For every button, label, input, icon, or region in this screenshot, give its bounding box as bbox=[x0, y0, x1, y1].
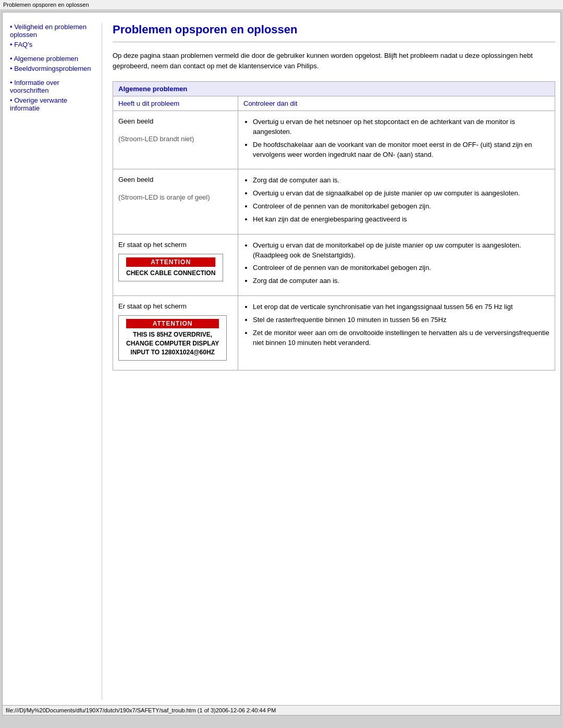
solution-item: Het kan zijn dat de energiebesparing gea… bbox=[253, 215, 549, 225]
attention-msg-1: CHECK CABLE CONNECTION bbox=[126, 269, 215, 278]
problem-title-2: Geen beeld bbox=[118, 176, 232, 183]
problem-cell-1: Geen beeld (Stroom-LED brandt niet) bbox=[113, 111, 238, 169]
sidebar-item-veiligheid[interactable]: • Veiligheid en problemenoplossen bbox=[8, 23, 96, 39]
sidebar: • Veiligheid en problemenoplossen • FAQ'… bbox=[8, 23, 102, 700]
page-divider bbox=[113, 42, 555, 42]
attention-label-2: ATTENTION bbox=[126, 319, 219, 328]
solution-item: Controleer of de pennen van de monitorka… bbox=[253, 202, 549, 212]
sidebar-item-beeldvormings[interactable]: • Beeldvormingsproblemen bbox=[8, 65, 96, 72]
solution-item: Zet de monitor weer aan om de onvoltooid… bbox=[253, 328, 549, 348]
status-bar-text: file:///D|/My%20Documents/dfu/190X7/dutc… bbox=[6, 707, 276, 713]
solution-item: Overtuig u ervan de het netsnoer op het … bbox=[253, 117, 549, 137]
attention-box-1: ATTENTION CHECK CABLE CONNECTION bbox=[118, 254, 223, 281]
title-bar-text: Problemen opsporen en oplossen bbox=[3, 2, 89, 8]
sidebar-group-2: • Algemene problemen • Beeldvormingsprob… bbox=[8, 55, 96, 72]
solution-list-2: Zorg dat de computer aan is. Overtuig u … bbox=[243, 176, 549, 224]
solution-cell-1: Overtuig u ervan de het netsnoer op het … bbox=[238, 111, 555, 169]
solution-item: Zorg dat de computer aan is. bbox=[253, 176, 549, 186]
table-row: Er staat op het scherm ATTENTION THIS IS… bbox=[113, 296, 555, 369]
solution-item: Zorg dat de computer aan is. bbox=[253, 276, 549, 286]
table-row: Er staat op het scherm ATTENTION CHECK C… bbox=[113, 235, 555, 296]
problem-title-1: Geen beeld bbox=[118, 117, 232, 125]
attention-box-2: ATTENTION THIS IS 85HZ OVERDRIVE,CHANGE … bbox=[118, 315, 227, 360]
sidebar-item-algemene[interactable]: • Algemene problemen bbox=[8, 55, 96, 63]
problem-subtitle-2: (Stroom-LED is oranje of geel) bbox=[118, 193, 232, 201]
table-row: Geen beeld (Stroom-LED brandt niet) Over… bbox=[113, 111, 555, 169]
table-section-header: Algemene problemen bbox=[113, 82, 555, 96]
solution-cell-3: Overtuig u ervan dat de monitorkabel op … bbox=[238, 235, 555, 295]
problem-subtitle-1: (Stroom-LED brandt niet) bbox=[118, 135, 232, 143]
problem-title-4: Er staat op het scherm bbox=[118, 302, 232, 310]
sidebar-group-3: • Informatie overvoorschriften • Overige… bbox=[8, 79, 96, 112]
table-col-headers: Heeft u dit probleem Controleer dan dit bbox=[113, 96, 555, 111]
solution-item: Overtuig u ervan dat de monitorkabel op … bbox=[253, 241, 549, 261]
solution-item: Overtuig u ervan dat de signaalkabel op … bbox=[253, 189, 549, 199]
col-header-solution: Controleer dan dit bbox=[238, 96, 555, 110]
sidebar-item-informatie[interactable]: • Informatie overvoorschriften bbox=[8, 79, 96, 94]
page-layout: • Veiligheid en problemenoplossen • FAQ'… bbox=[3, 13, 560, 705]
solution-cell-2: Zorg dat de computer aan is. Overtuig u … bbox=[238, 169, 555, 233]
sidebar-item-overige[interactable]: • Overige verwanteinformatie bbox=[8, 96, 96, 112]
attention-label-1: ATTENTION bbox=[126, 257, 215, 267]
status-bar: file:///D|/My%20Documents/dfu/190X7/dutc… bbox=[3, 705, 560, 715]
sidebar-item-faqs[interactable]: • FAQ's bbox=[8, 41, 96, 48]
problem-cell-4: Er staat op het scherm ATTENTION THIS IS… bbox=[113, 296, 238, 369]
solution-item: Let erop dat de verticale synchronisatie… bbox=[253, 302, 549, 312]
problems-table: Algemene problemen Heeft u dit probleem … bbox=[113, 81, 555, 371]
solution-list-4: Let erop dat de verticale synchronisatie… bbox=[243, 302, 549, 348]
solution-cell-4: Let erop dat de verticale synchronisatie… bbox=[238, 296, 555, 369]
sidebar-group-1: • Veiligheid en problemenoplossen • FAQ'… bbox=[8, 23, 96, 48]
solution-item: Controleer of de pennen van de monitorka… bbox=[253, 263, 549, 273]
browser-window: • Veiligheid en problemenoplossen • FAQ'… bbox=[2, 12, 561, 715]
table-row: Geen beeld (Stroom-LED is oranje of geel… bbox=[113, 169, 555, 234]
col-header-problem: Heeft u dit probleem bbox=[113, 96, 238, 110]
problem-title-3: Er staat op het scherm bbox=[118, 241, 232, 249]
solution-item: De hoofdschakelaar aan de voorkant van d… bbox=[253, 140, 549, 160]
intro-text: Op deze pagina staan problemen vermeld d… bbox=[113, 51, 555, 71]
attention-msg-2: THIS IS 85HZ OVERDRIVE,CHANGE COMPUTER D… bbox=[126, 330, 219, 356]
solution-list-3: Overtuig u ervan dat de monitorkabel op … bbox=[243, 241, 549, 286]
title-bar: Problemen opsporen en oplossen bbox=[0, 0, 563, 10]
problem-cell-2: Geen beeld (Stroom-LED is oranje of geel… bbox=[113, 169, 238, 233]
solution-item: Stel de rasterfrequentie binnen 10 minut… bbox=[253, 315, 549, 325]
main-content: Problemen opsporen en oplossen Op deze p… bbox=[102, 23, 555, 700]
problem-cell-3: Er staat op het scherm ATTENTION CHECK C… bbox=[113, 235, 238, 295]
solution-list-1: Overtuig u ervan de het netsnoer op het … bbox=[243, 117, 549, 159]
page-title: Problemen opsporen en oplossen bbox=[113, 23, 555, 36]
